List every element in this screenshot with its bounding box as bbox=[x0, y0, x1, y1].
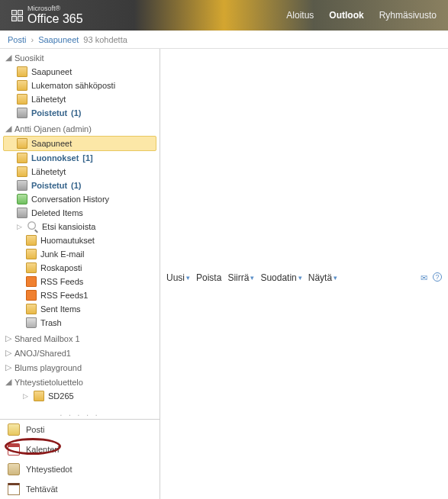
brand-ms: Microsoft® bbox=[27, 5, 83, 12]
folder-icon bbox=[17, 80, 27, 91]
sidebar: ◢Suosikit Saapuneet Lukematon sähköposti… bbox=[0, 49, 160, 499]
fav-deleted[interactable]: Poistetut (1) bbox=[3, 106, 156, 120]
chevron-down-icon: ▾ bbox=[298, 274, 302, 282]
folder-icon bbox=[26, 249, 37, 259]
acc-rss[interactable]: RSS Feeds bbox=[3, 275, 156, 288]
breadcrumb-inbox[interactable]: Saapuneet bbox=[38, 35, 79, 44]
breadcrumb: Posti › Saapuneet 93 kohdetta bbox=[0, 31, 448, 49]
folder-icon bbox=[34, 391, 44, 401]
nav-outlook[interactable]: Outlook bbox=[329, 10, 363, 21]
acc-inbox[interactable]: Saapuneet bbox=[3, 136, 156, 151]
acc-sentitems[interactable]: Sent Items bbox=[3, 302, 156, 316]
mail-icon bbox=[8, 423, 20, 436]
acc-sent[interactable]: Lähetetyt bbox=[3, 165, 156, 179]
toolbar: Uusi ▾ Poista Siirrä ▾ Suodatin ▾ Näytä … bbox=[160, 49, 448, 499]
office-logo-icon bbox=[11, 10, 23, 21]
nav-tasks[interactable]: Tehtävät bbox=[0, 479, 160, 499]
fav-sent[interactable]: Lähetetyt bbox=[3, 92, 156, 106]
chevron-down-icon: ▾ bbox=[334, 274, 337, 282]
contacts-icon bbox=[8, 463, 20, 475]
collapse-icon: ◢ bbox=[5, 377, 11, 387]
chevron-down-icon: ▾ bbox=[186, 274, 190, 282]
acc-rss1[interactable]: RSS Feeds1 bbox=[3, 288, 156, 302]
chat-icon bbox=[17, 194, 27, 204]
expand-icon: ▷ bbox=[17, 223, 24, 230]
trash-icon bbox=[17, 208, 27, 218]
acc-trash[interactable]: Trash bbox=[3, 316, 156, 330]
acc-notes[interactable]: Huomautukset bbox=[3, 233, 156, 247]
logo: Microsoft® Office 365 bbox=[11, 5, 83, 26]
tasks-icon bbox=[8, 483, 20, 495]
rss-icon bbox=[26, 276, 37, 287]
collapse-icon: ◢ bbox=[5, 124, 11, 134]
chevron-down-icon: ▾ bbox=[250, 274, 254, 282]
expand-icon: ▷ bbox=[5, 348, 11, 358]
new-button[interactable]: Uusi ▾ bbox=[166, 53, 190, 499]
filter-button[interactable]: Suodatin ▾ bbox=[260, 272, 301, 283]
check-mail-button[interactable]: ✉ bbox=[417, 272, 430, 283]
acc-delitems[interactable]: Deleted Items bbox=[3, 206, 156, 220]
blums-header[interactable]: ▷Blums playground bbox=[3, 360, 156, 375]
fav-unread[interactable]: Lukematon sähköposti bbox=[3, 79, 156, 92]
folder-icon bbox=[17, 94, 27, 105]
item-count: 93 kohdetta bbox=[83, 35, 127, 44]
trash-icon bbox=[17, 180, 27, 191]
acc-drafts[interactable]: Luonnokset [1] bbox=[3, 151, 156, 165]
folder-icon bbox=[26, 235, 37, 246]
tree-cut-item[interactable]: ▷SD265 bbox=[3, 389, 156, 403]
nav-start[interactable]: Aloitus bbox=[286, 10, 314, 21]
resize-grip-icon[interactable]: . . . . . bbox=[0, 407, 160, 419]
breadcrumb-mail[interactable]: Posti bbox=[8, 35, 26, 44]
message-pane: Uusi ▾ Poista Siirrä ▾ Suodatin ▾ Näytä … bbox=[160, 49, 448, 499]
expand-icon: ▷ bbox=[23, 392, 30, 400]
chevron-right-icon: › bbox=[31, 35, 34, 44]
calendar-icon bbox=[8, 443, 20, 456]
fav-inbox[interactable]: Saapuneet bbox=[3, 65, 156, 79]
account-header[interactable]: ◢Antti Ojanen (admin) bbox=[3, 121, 156, 136]
folder-open-icon bbox=[17, 138, 27, 149]
contacts-header[interactable]: ◢Yhteystietoluettelo bbox=[3, 375, 156, 389]
search-icon bbox=[27, 221, 38, 232]
delete-button[interactable]: Poista bbox=[196, 272, 221, 283]
brand-office: Office 365 bbox=[27, 12, 83, 25]
anoj-header[interactable]: ▷ANOJ/Shared1 bbox=[3, 346, 156, 360]
expand-icon: ▷ bbox=[5, 362, 11, 372]
acc-spam[interactable]: Roskaposti bbox=[3, 261, 156, 275]
nav-teamsite[interactable]: Ryhmäsivusto bbox=[379, 10, 437, 21]
bottom-nav: Posti Kalenteri Yhteystiedot Tehtävät bbox=[0, 419, 160, 499]
top-nav: Aloitus Outlook Ryhmäsivusto bbox=[286, 10, 437, 21]
move-button[interactable]: Siirrä ▾ bbox=[227, 272, 254, 283]
help-button[interactable]: ? bbox=[433, 272, 442, 282]
trash-icon bbox=[26, 317, 37, 328]
folder-icon bbox=[17, 153, 27, 163]
folder-icon bbox=[17, 166, 27, 177]
folder-icon bbox=[17, 66, 27, 77]
app-header: Microsoft® Office 365 Aloitus Outlook Ry… bbox=[0, 0, 448, 31]
shared-mailbox-header[interactable]: ▷Shared Mailbox 1 bbox=[3, 331, 156, 346]
rss-icon bbox=[26, 290, 37, 301]
folder-icon bbox=[26, 262, 37, 273]
view-button[interactable]: Näytä ▾ bbox=[308, 272, 337, 283]
expand-icon: ▷ bbox=[5, 333, 11, 343]
trash-icon bbox=[17, 108, 27, 118]
acc-conv[interactable]: Conversation History bbox=[3, 192, 156, 206]
acc-deleted[interactable]: Poistetut (1) bbox=[3, 179, 156, 192]
favorites-header[interactable]: ◢Suosikit bbox=[3, 50, 156, 65]
collapse-icon: ◢ bbox=[5, 53, 11, 63]
acc-search[interactable]: ▷Etsi kansioista bbox=[3, 220, 156, 233]
folder-icon bbox=[26, 304, 37, 314]
acc-junk[interactable]: Junk E-mail bbox=[3, 247, 156, 261]
nav-calendar[interactable]: Kalenteri bbox=[0, 439, 160, 459]
nav-mail[interactable]: Posti bbox=[0, 420, 160, 439]
nav-contacts[interactable]: Yhteystiedot bbox=[0, 459, 160, 479]
